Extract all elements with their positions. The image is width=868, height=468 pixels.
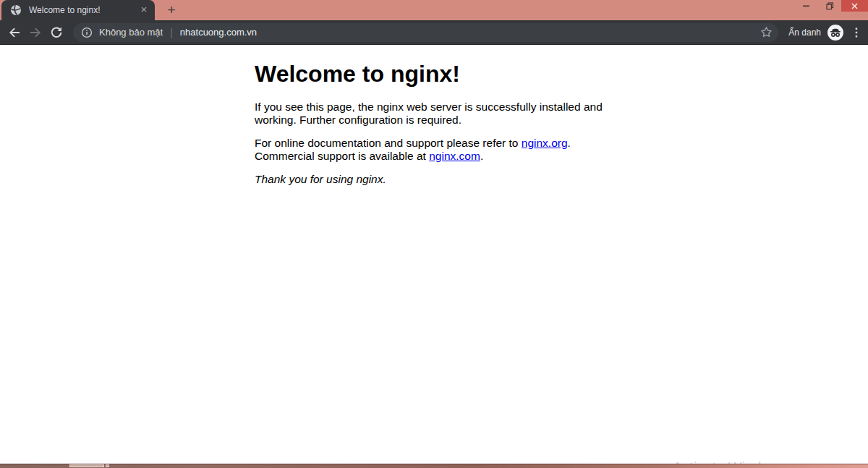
support-text-2: Commercial support is available at — [255, 150, 429, 162]
address-bar[interactable]: Không bảo mật | nhatcuong.com.vn — [73, 23, 778, 42]
thank-you-text: Thank you for using nginx. — [255, 173, 649, 186]
intro-line-1: If you see this page, the nginx web serv… — [255, 101, 649, 114]
close-button[interactable] — [841, 0, 868, 12]
intro-line-2: working. Further configuration is requir… — [255, 114, 649, 127]
close-icon — [851, 3, 858, 9]
restore-button[interactable] — [818, 0, 841, 12]
restore-icon — [826, 2, 834, 10]
back-button[interactable] — [4, 22, 25, 43]
support-paragraph: For online documentation and support ple… — [255, 137, 649, 162]
intro-paragraph: If you see this page, the nginx web serv… — [255, 101, 649, 126]
globe-icon — [10, 4, 22, 16]
support-line-2: Commercial support is available at nginx… — [255, 150, 649, 163]
nginx-welcome-page: Welcome to nginx! If you see this page, … — [255, 45, 649, 186]
support-line-1: For online documentation and support ple… — [255, 137, 649, 150]
kebab-menu-icon[interactable]: ⋮ — [851, 25, 862, 39]
info-circle-icon[interactable] — [81, 27, 93, 38]
url-text[interactable]: nhatcuong.com.vn — [180, 27, 257, 38]
incognito-icon — [830, 27, 841, 38]
bookmark-star-icon[interactable] — [760, 26, 773, 38]
page-heading: Welcome to nginx! — [255, 61, 649, 88]
nginx-com-link[interactable]: nginx.com — [429, 150, 480, 162]
browser-window: Welcome to nginx! × + — [0, 0, 868, 468]
minimize-button[interactable] — [795, 0, 818, 12]
support-suffix-2: . — [480, 150, 483, 162]
omnibox-divider: | — [170, 27, 173, 38]
minimize-icon — [803, 2, 810, 9]
tab-close-icon[interactable]: × — [137, 4, 150, 17]
incognito-badge — [827, 25, 843, 41]
reload-icon — [50, 26, 63, 39]
incognito-label: Ẩn danh — [788, 27, 821, 38]
taskbar-item-indicator[interactable] — [69, 464, 104, 467]
tab-title: Welcome to nginx! — [29, 5, 137, 15]
reload-button[interactable] — [46, 22, 67, 43]
forward-button[interactable] — [25, 22, 46, 43]
support-suffix-1: . — [568, 137, 571, 149]
new-tab-button[interactable]: + — [162, 3, 181, 17]
forward-arrow-icon — [29, 26, 42, 39]
back-arrow-icon — [8, 26, 21, 39]
window-controls — [795, 0, 868, 12]
security-status-label: Không bảo mật — [99, 27, 163, 38]
nginx-org-link[interactable]: nginx.org — [522, 137, 568, 149]
tab-welcome-to-nginx[interactable]: Welcome to nginx! × — [1, 0, 155, 20]
taskbar-item-notch[interactable] — [106, 464, 109, 467]
browser-toolbar: Không bảo mật | nhatcuong.com.vn Ẩn danh… — [0, 20, 868, 45]
page-viewport: Welcome to nginx! If you see this page, … — [0, 45, 868, 468]
support-text-1: For online documentation and support ple… — [255, 137, 522, 149]
taskbar-sliver[interactable] — [0, 464, 868, 468]
tab-strip: Welcome to nginx! × + — [0, 0, 868, 20]
